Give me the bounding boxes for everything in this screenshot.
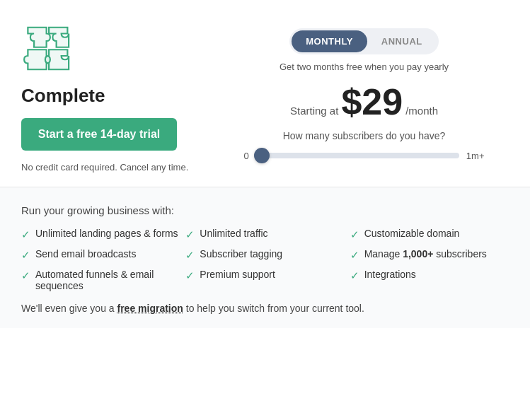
- slider-max-label: 1m+: [466, 151, 485, 161]
- subscriber-slider-container: [256, 148, 459, 163]
- check-icon-3: ✓: [21, 249, 30, 262]
- migration-link[interactable]: free migration: [117, 303, 183, 314]
- slider-track: [256, 153, 459, 158]
- check-icon-4: ✓: [185, 249, 195, 262]
- feature-label-2: Customizable domain: [364, 228, 460, 239]
- feature-label-6: Automated funnels & email sequences: [35, 269, 180, 291]
- plan-name: Complete: [21, 85, 205, 107]
- feature-item-5: ✓ Manage 1,000+ subscribers: [350, 248, 509, 262]
- puzzle-icon: [21, 21, 205, 74]
- left-panel: Complete Start a free 14-day trial No cr…: [21, 21, 205, 173]
- bottom-section: Run your growing business with: ✓ Unlimi…: [0, 187, 530, 328]
- slider-row: 0 1m+: [244, 148, 485, 163]
- check-icon-2: ✓: [350, 228, 359, 241]
- starting-at-label: Starting at: [290, 105, 338, 117]
- price-amount: $29: [341, 83, 403, 120]
- feature-label-4: Subscriber tagging: [200, 248, 282, 259]
- monthly-toggle[interactable]: MONTHLY: [292, 30, 367, 52]
- no-cc-text: No credit card required. Cancel any time…: [21, 162, 205, 173]
- trial-button[interactable]: Start a free 14-day trial: [21, 118, 177, 151]
- migration-note: We'll even give you a free migration to …: [21, 303, 509, 314]
- price-period: /month: [405, 105, 438, 117]
- feature-label-5: Manage 1,000+ subscribers: [364, 248, 487, 259]
- slider-min-label: 0: [244, 151, 249, 161]
- feature-label-7: Premium support: [200, 269, 275, 280]
- feature-item-3: ✓ Send email broadcasts: [21, 248, 180, 262]
- feature-item-6: ✓ Automated funnels & email sequences: [21, 269, 180, 291]
- right-panel: MONTHLY ANNUAL Get two months free when …: [219, 21, 509, 173]
- feature-item-2: ✓ Customizable domain: [350, 228, 509, 241]
- check-icon-8: ✓: [350, 269, 359, 282]
- check-icon-7: ✓: [185, 269, 195, 282]
- slider-thumb: [254, 148, 270, 163]
- check-icon-6: ✓: [21, 269, 30, 282]
- migration-text-before: We'll even give you a: [21, 303, 117, 314]
- feature-label-8: Integrations: [364, 269, 416, 280]
- subscribers-question: How many subscribers do you have?: [283, 130, 446, 141]
- feature-label-1: Unlimited traffic: [200, 228, 267, 239]
- features-intro: Run your growing business with:: [21, 204, 509, 216]
- feature-label-0: Unlimited landing pages & forms: [35, 228, 178, 239]
- check-icon-1: ✓: [185, 228, 195, 241]
- check-icon-0: ✓: [21, 228, 30, 241]
- free-months-note: Get two months free when you pay yearly: [280, 62, 449, 72]
- feature-item-1: ✓ Unlimited traffic: [185, 228, 344, 241]
- migration-text-after: to help you switch from your current too…: [183, 303, 364, 314]
- feature-label-3: Send email broadcasts: [35, 248, 136, 259]
- price-row: Starting at $29 /month: [290, 83, 438, 120]
- features-grid: ✓ Unlimited landing pages & forms ✓ Unli…: [21, 228, 509, 291]
- check-icon-5: ✓: [350, 249, 359, 262]
- billing-toggle: MONTHLY ANNUAL: [289, 28, 438, 54]
- feature-item-4: ✓ Subscriber tagging: [185, 248, 344, 262]
- top-section: Complete Start a free 14-day trial No cr…: [0, 0, 530, 187]
- annual-toggle[interactable]: ANNUAL: [367, 30, 437, 52]
- feature-item-8: ✓ Integrations: [350, 269, 509, 291]
- feature-item-7: ✓ Premium support: [185, 269, 344, 291]
- feature-item-0: ✓ Unlimited landing pages & forms: [21, 228, 180, 241]
